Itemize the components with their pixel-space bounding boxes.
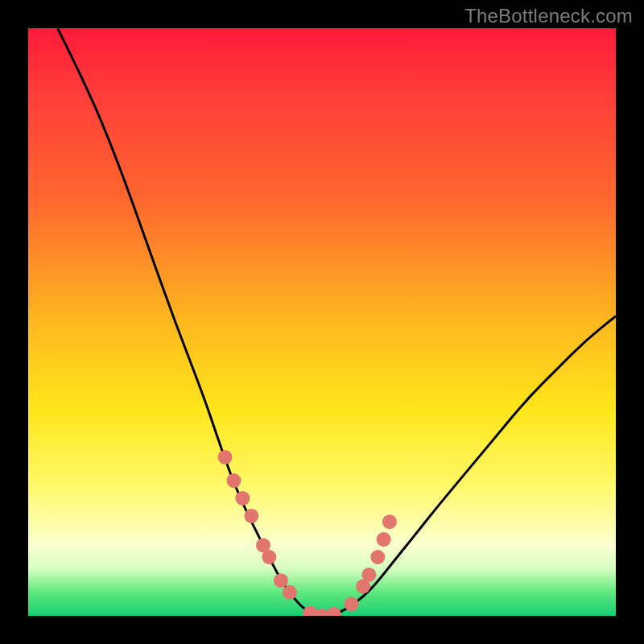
data-marker [256,538,270,552]
plot-area [28,28,616,616]
data-marker [218,450,233,464]
data-marker [356,580,370,594]
data-marker [382,514,397,529]
data-marker [244,509,258,523]
data-marker [327,607,341,616]
watermark-text: TheBottleneck.com [464,5,633,27]
data-marker [303,605,317,616]
data-marker [283,585,297,600]
data-marker [235,491,250,506]
data-marker [345,597,359,611]
bottleneck-curve [58,28,617,615]
chart-frame: TheBottleneck.com [0,0,644,644]
bottleneck-curve-svg [28,28,616,616]
data-marker [361,568,376,582]
data-marker [227,473,242,488]
data-marker [370,550,385,564]
curve-path-group [58,28,617,615]
marker-group [218,450,397,616]
data-marker [315,609,329,616]
data-marker [274,573,288,588]
data-marker [377,532,391,547]
data-marker [262,550,276,564]
